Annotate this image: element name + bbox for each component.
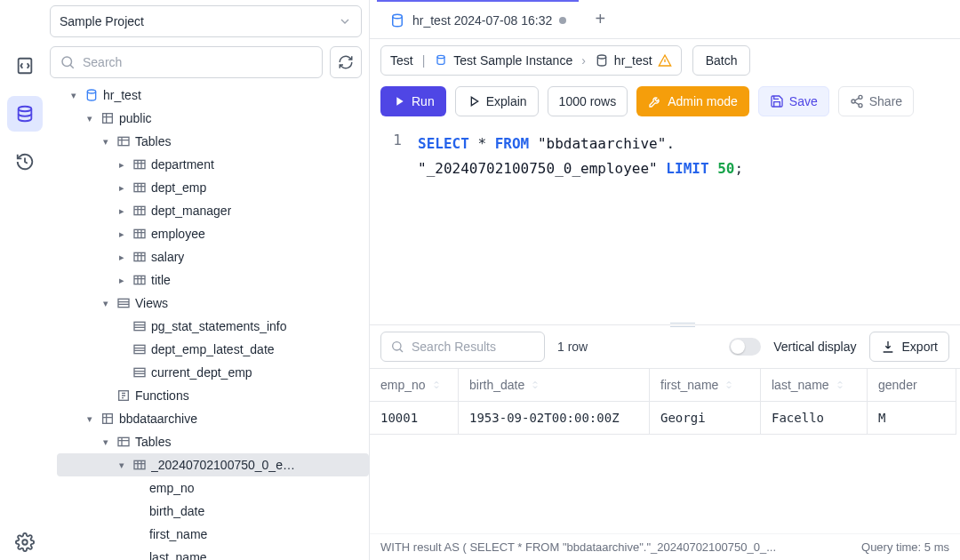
tree-column[interactable]: first_name — [57, 523, 369, 546]
run-button[interactable]: Run — [380, 86, 446, 116]
search-placeholder: Search — [83, 55, 122, 69]
tree-column[interactable]: birth_date — [57, 500, 369, 523]
tree-view-item[interactable]: current_dept_emp — [57, 361, 369, 384]
share-button[interactable]: Share — [838, 86, 914, 116]
crumb-db: hr_test — [595, 53, 672, 68]
batch-button[interactable]: Batch — [692, 45, 751, 76]
search-input[interactable]: Search — [50, 46, 323, 78]
tree-tables-folder[interactable]: ▾Tables — [57, 130, 369, 153]
postgres-icon — [434, 53, 448, 68]
vertical-display-label: Vertical display — [773, 340, 856, 354]
refresh-icon — [338, 54, 354, 70]
sort-icon — [724, 380, 734, 390]
context-bar: Test | Test Sample Instance › hr_test Ba… — [370, 39, 960, 82]
svg-point-2 — [22, 540, 28, 545]
database-icon — [595, 53, 609, 68]
sql-preview: WITH result AS ( SELECT * FROM "bbdataar… — [380, 540, 776, 554]
row-count: 1 row — [557, 340, 588, 354]
tree-table-item[interactable]: ▸employee — [57, 222, 369, 245]
svg-rect-16 — [134, 368, 145, 376]
play-outline-icon — [467, 94, 481, 108]
save-icon — [770, 94, 784, 108]
unsaved-dot-icon — [559, 17, 566, 24]
sql-code: SELECT * FROM "bbdataarchive". "_2024070… — [418, 132, 743, 314]
sql-editor[interactable]: 1 SELECT * FROM "bbdataarchive". "_20240… — [370, 121, 960, 325]
rail-databases[interactable] — [7, 96, 43, 132]
tree-table-item[interactable]: ▸salary — [57, 245, 369, 268]
explain-button[interactable]: Explain — [455, 86, 539, 116]
admin-mode-button[interactable]: Admin mode — [636, 86, 749, 116]
tree-table-item[interactable]: ▸dept_manager — [57, 199, 369, 222]
sidebar: Sample Project Search ▾hr_test ▾public ▾… — [50, 0, 370, 560]
vertical-display-toggle[interactable] — [729, 338, 761, 356]
line-number: 1 — [386, 132, 402, 314]
sort-icon — [530, 380, 540, 390]
play-icon — [392, 94, 406, 108]
tree-archive-table[interactable]: ▾_20240702100750_0_e… — [57, 453, 369, 476]
resize-handle[interactable] — [665, 321, 700, 328]
postgres-icon — [389, 12, 405, 28]
tab-title: hr_test 2024-07-08 16:32 — [412, 13, 552, 28]
svg-point-1 — [19, 107, 32, 112]
table-row[interactable]: 10001 1953-09-02T00:00:00Z Georgi Facell… — [370, 402, 960, 435]
warning-icon — [658, 53, 672, 68]
export-button[interactable]: Export — [869, 332, 949, 362]
table-header-row: emp_no birth_date first_name last_name g… — [370, 369, 960, 402]
refresh-button[interactable] — [330, 46, 362, 78]
svg-rect-13 — [118, 299, 129, 307]
results-toolbar: Search Results 1 row Vertical display Ex… — [370, 325, 960, 368]
tree-column[interactable]: last_name — [57, 546, 369, 560]
tree-table-item[interactable]: ▸dept_emp — [57, 176, 369, 199]
cell: Georgi — [650, 402, 761, 435]
svg-point-23 — [597, 55, 605, 59]
tree-table-item[interactable]: ▸title — [57, 268, 369, 292]
cell: M — [868, 402, 956, 435]
rail-settings[interactable] — [7, 524, 43, 560]
save-button[interactable]: Save — [758, 86, 829, 116]
tree-view-item[interactable]: dept_emp_latest_date — [57, 338, 369, 361]
col-header[interactable]: last_name — [761, 369, 868, 402]
svg-rect-11 — [134, 252, 145, 260]
limit-button[interactable]: 1000 rows — [548, 86, 628, 116]
main-panel: hr_test 2024-07-08 16:32 + Test | Test S… — [370, 0, 960, 560]
col-header[interactable]: birth_date — [459, 369, 650, 402]
col-header[interactable]: gender — [868, 369, 956, 402]
tree-functions-folder[interactable]: Functions — [57, 384, 369, 407]
search-results-input[interactable]: Search Results — [380, 332, 545, 362]
project-selector[interactable]: Sample Project — [50, 5, 362, 37]
breadcrumb[interactable]: Test | Test Sample Instance › hr_test — [380, 45, 682, 76]
editor-tab[interactable]: hr_test 2024-07-08 16:32 — [377, 0, 579, 38]
tree-archive-tables-folder[interactable]: ▾Tables — [57, 430, 369, 453]
tree-column[interactable]: emp_no — [57, 476, 369, 500]
svg-rect-8 — [134, 183, 145, 191]
rail-sql-editor[interactable] — [7, 48, 43, 84]
cell: 10001 — [370, 402, 459, 435]
crumb-env: Test — [390, 53, 413, 68]
svg-rect-14 — [134, 322, 145, 330]
svg-point-21 — [393, 14, 403, 19]
svg-point-3 — [62, 57, 72, 67]
add-tab-button[interactable]: + — [588, 7, 612, 32]
svg-rect-5 — [103, 114, 113, 124]
svg-rect-7 — [134, 160, 145, 168]
tree-views-folder[interactable]: ▾Views — [57, 292, 369, 315]
results-table: emp_no birth_date first_name last_name g… — [370, 368, 960, 435]
svg-point-27 — [393, 342, 401, 350]
rail-history[interactable] — [7, 144, 43, 180]
tab-bar: hr_test 2024-07-08 16:32 + — [370, 0, 960, 39]
tree-schema-archive[interactable]: ▾bbdataarchive — [57, 407, 369, 430]
svg-point-25 — [852, 100, 855, 103]
tree-database[interactable]: ▾hr_test — [57, 84, 369, 107]
col-header[interactable]: emp_no — [370, 369, 459, 402]
share-icon — [850, 94, 864, 108]
chevron-down-icon — [338, 14, 352, 28]
cell: 1953-09-02T00:00:00Z — [459, 402, 650, 435]
svg-rect-6 — [118, 137, 129, 145]
tree-view-item[interactable]: pg_stat_statements_info — [57, 315, 369, 338]
tree-table-item[interactable]: ▸department — [57, 153, 369, 176]
wrench-icon — [648, 94, 662, 108]
query-time: Query time: 5 ms — [861, 540, 949, 554]
tree-schema-public[interactable]: ▾public — [57, 107, 369, 130]
col-header[interactable]: first_name — [650, 369, 761, 402]
svg-rect-20 — [134, 460, 145, 468]
